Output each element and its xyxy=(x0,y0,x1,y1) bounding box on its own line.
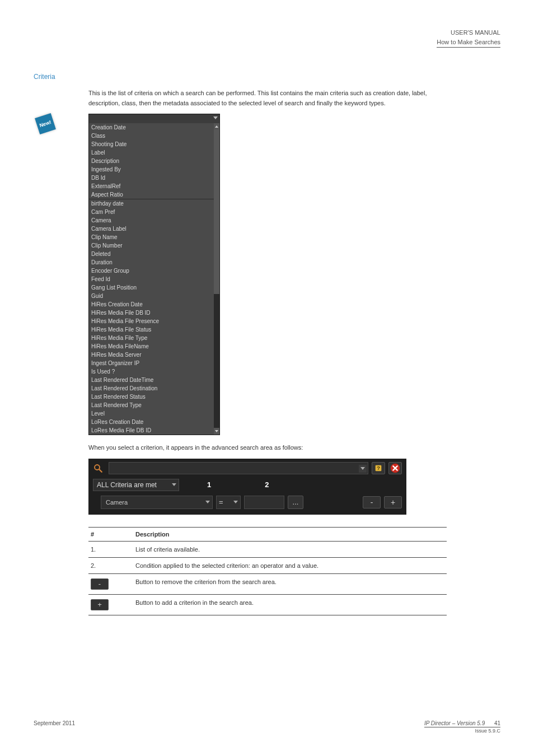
browse-button[interactable]: ... xyxy=(288,496,303,509)
dropdown-item[interactable]: birthday date xyxy=(89,199,214,208)
dropdown-item[interactable]: Guid xyxy=(89,292,214,300)
table-cell-btn: - xyxy=(88,573,133,594)
scroll-down-icon[interactable] xyxy=(214,428,219,435)
dropdown-item[interactable]: HiRes Media File Status xyxy=(89,325,214,334)
remove-criterion-button[interactable]: - xyxy=(363,496,381,508)
paragraph-2: When you select a criterion, it appears … xyxy=(88,443,447,453)
criteria-bar-figure: ? ALL Criteria are met 1 2 Camera = xyxy=(88,459,500,515)
dropdown-item[interactable]: Feed Id xyxy=(89,275,214,283)
dropdown-item[interactable]: Shooting Date xyxy=(89,140,214,148)
dropdown-item[interactable]: Aspect Ratio xyxy=(89,190,214,199)
dropdown-item[interactable]: LoRes Creation Date xyxy=(89,418,214,426)
table-cell-desc: Button to add a criterion in the search … xyxy=(133,594,447,615)
dropdown-item[interactable]: Deleted xyxy=(89,250,214,258)
table-cell-desc: List of criteria available. xyxy=(133,541,447,557)
footer-issue: Issue 5.9.C xyxy=(424,727,500,734)
criteria-dropdown-figure: Creation DateClassShooting DateLabelDesc… xyxy=(88,114,500,435)
chevron-down-icon[interactable] xyxy=(359,465,367,473)
operator-select[interactable]: = xyxy=(216,496,241,509)
table-cell-desc: Button to remove the criterion from the … xyxy=(133,573,447,594)
section-title: Criteria xyxy=(34,73,500,81)
chevron-down-icon xyxy=(205,501,210,503)
new-badge: New! xyxy=(35,113,56,134)
table-header-num: # xyxy=(88,527,133,541)
dropdown-item[interactable]: Ingested By xyxy=(89,165,214,174)
dropdown-item[interactable]: Description xyxy=(89,157,214,165)
footer-product: IP Director – Version 5.9 xyxy=(424,720,485,726)
header-line2: How to Make Searches xyxy=(437,38,500,48)
dropdown-item[interactable]: Camera Label xyxy=(89,225,214,233)
dropdown-item[interactable]: Label xyxy=(89,148,214,157)
dropdown-item[interactable]: DB Id xyxy=(89,174,214,182)
criteria-logic-label: ALL Criteria are met xyxy=(97,481,157,489)
svg-text:?: ? xyxy=(377,465,380,471)
footer-page: 41 xyxy=(494,720,500,726)
dropdown-item[interactable]: Clip Name xyxy=(89,233,214,241)
table-header-row: # Description xyxy=(88,527,447,541)
dropdown-list-group1: Creation DateClassShooting DateLabelDesc… xyxy=(89,123,219,199)
add-criterion-button[interactable]: + xyxy=(384,496,402,508)
criteria-logic-select[interactable]: ALL Criteria are met xyxy=(93,479,179,491)
header-line1: USER'S MANUAL xyxy=(437,28,500,38)
clear-button[interactable] xyxy=(388,462,402,474)
table-cell-btn: + xyxy=(88,594,133,615)
operator-label: = xyxy=(219,498,223,506)
dropdown-item[interactable]: Duration xyxy=(89,258,214,267)
scroll-track[interactable] xyxy=(214,130,219,428)
scroll-thumb[interactable] xyxy=(214,130,219,294)
header-right: USER'S MANUAL How to Make Searches xyxy=(437,28,500,48)
dropdown-item[interactable]: HiRes Creation Date xyxy=(89,300,214,309)
dropdown-item[interactable]: Ingest Organizer IP xyxy=(89,359,214,367)
value-input[interactable] xyxy=(244,496,284,509)
dropdown-item[interactable]: Camera xyxy=(89,216,214,225)
scroll-up-icon[interactable] xyxy=(214,123,219,130)
dropdown-item[interactable]: ExternalRef xyxy=(89,182,214,190)
dropdown-item[interactable]: HiRes Media File Type xyxy=(89,334,214,342)
svg-line-1 xyxy=(99,469,102,472)
help-button[interactable]: ? xyxy=(372,462,385,474)
dropdown-item[interactable]: LoRes Media File DB ID xyxy=(89,426,214,435)
annotation-number-1: 1 xyxy=(207,480,211,489)
dropdown-item[interactable]: HiRes Media File Presence xyxy=(89,317,214,325)
dropdown-item[interactable]: HiRes Media Server xyxy=(89,351,214,359)
chevron-down-icon xyxy=(233,501,238,503)
dropdown-item[interactable]: Cam Pref xyxy=(89,208,214,216)
dropdown-item[interactable]: Encoder Group xyxy=(89,267,214,275)
dropdown-item[interactable]: Level xyxy=(89,409,214,418)
table-cell-num: 2. xyxy=(88,557,133,573)
criteria-row-logic: ALL Criteria are met 1 2 xyxy=(93,479,402,491)
table-row: + Button to add a criterion in the searc… xyxy=(88,594,447,615)
criteria-row-condition: Camera = ... - + xyxy=(93,496,402,509)
footer-date: September 2011 xyxy=(34,720,75,726)
paragraph-1: This is the list of criteria on which a … xyxy=(88,88,447,108)
table-cell-desc: Condition applied to the selected criter… xyxy=(133,557,447,573)
dropdown-item[interactable]: Gang List Position xyxy=(89,283,214,292)
dropdown-item[interactable]: Last Rendered Destination xyxy=(89,384,214,393)
criterion-select[interactable]: Camera xyxy=(101,496,213,509)
criteria-dropdown-header[interactable] xyxy=(89,114,219,123)
criterion-label: Camera xyxy=(106,499,128,506)
table-cell-num: 1. xyxy=(88,541,133,557)
dropdown-item[interactable]: Last Rendered DateTime xyxy=(89,376,214,384)
search-field[interactable] xyxy=(109,462,368,474)
scrollbar[interactable] xyxy=(214,123,219,435)
table-header-desc: Description xyxy=(133,527,447,541)
dropdown-item[interactable]: Clip Number xyxy=(89,241,214,250)
table-row: - Button to remove the criterion from th… xyxy=(88,573,447,594)
criteria-description-table: # Description 1. List of criteria availa… xyxy=(88,527,447,615)
dropdown-item[interactable]: Last Rendered Status xyxy=(89,393,214,401)
dropdown-item[interactable]: Last Rendered Type xyxy=(89,401,214,409)
table-row: 2. Condition applied to the selected cri… xyxy=(88,557,447,573)
page-footer: September 2011 IP Director – Version 5.9… xyxy=(34,720,500,734)
annotation-number-2: 2 xyxy=(265,480,269,489)
search-icon xyxy=(93,463,103,473)
dropdown-item[interactable]: Class xyxy=(89,132,214,140)
dropdown-list-group2: birthday dateCam PrefCameraCamera LabelC… xyxy=(89,199,219,435)
dropdown-item[interactable]: HiRes Media File DB ID xyxy=(89,309,214,317)
criteria-dropdown-panel: Creation DateClassShooting DateLabelDesc… xyxy=(88,114,220,435)
dropdown-item[interactable]: Is Used ? xyxy=(89,367,214,376)
table-row: 1. List of criteria available. xyxy=(88,541,447,557)
minus-icon: - xyxy=(91,578,109,590)
dropdown-item[interactable]: HiRes Media FileName xyxy=(89,342,214,351)
dropdown-item[interactable]: Creation Date xyxy=(89,123,214,132)
